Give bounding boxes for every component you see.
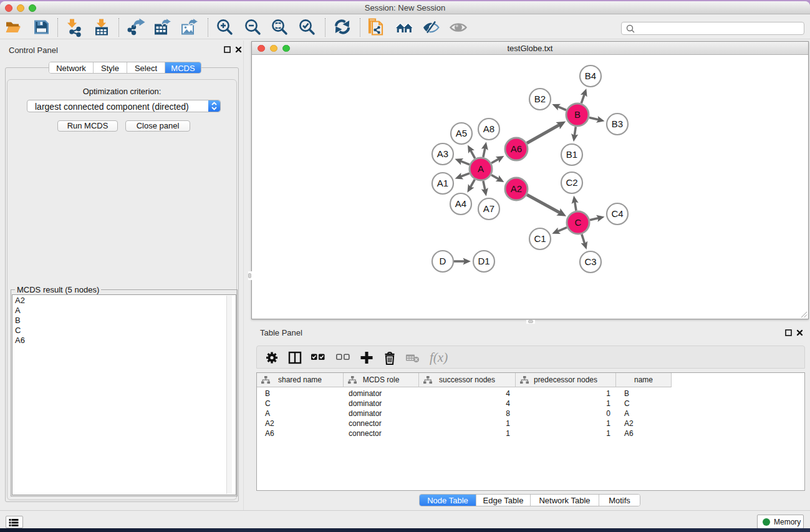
svg-text:D: D (440, 256, 446, 266)
svg-text:C: C (575, 217, 582, 228)
svg-text:A: A (478, 163, 484, 174)
svg-text:B4: B4 (585, 70, 596, 81)
svg-text:A3: A3 (437, 148, 448, 159)
svg-text:B1: B1 (566, 149, 577, 160)
svg-text:A5: A5 (456, 128, 467, 138)
svg-text:A1: A1 (437, 178, 448, 188)
svg-text:B2: B2 (534, 94, 546, 104)
svg-text:B3: B3 (612, 118, 623, 129)
svg-text:C1: C1 (534, 233, 546, 244)
svg-text:A4: A4 (455, 198, 466, 209)
svg-text:C3: C3 (584, 256, 596, 267)
svg-text:D1: D1 (478, 256, 489, 266)
svg-text:A2: A2 (511, 183, 522, 194)
svg-text:A6: A6 (511, 143, 522, 154)
svg-text:B: B (574, 109, 581, 120)
svg-text:f(x): f(x) (430, 350, 448, 365)
svg-text:C4: C4 (611, 208, 623, 219)
svg-text:A7: A7 (483, 203, 494, 214)
svg-text:C2: C2 (566, 177, 577, 188)
svg-text:A8: A8 (483, 123, 494, 134)
